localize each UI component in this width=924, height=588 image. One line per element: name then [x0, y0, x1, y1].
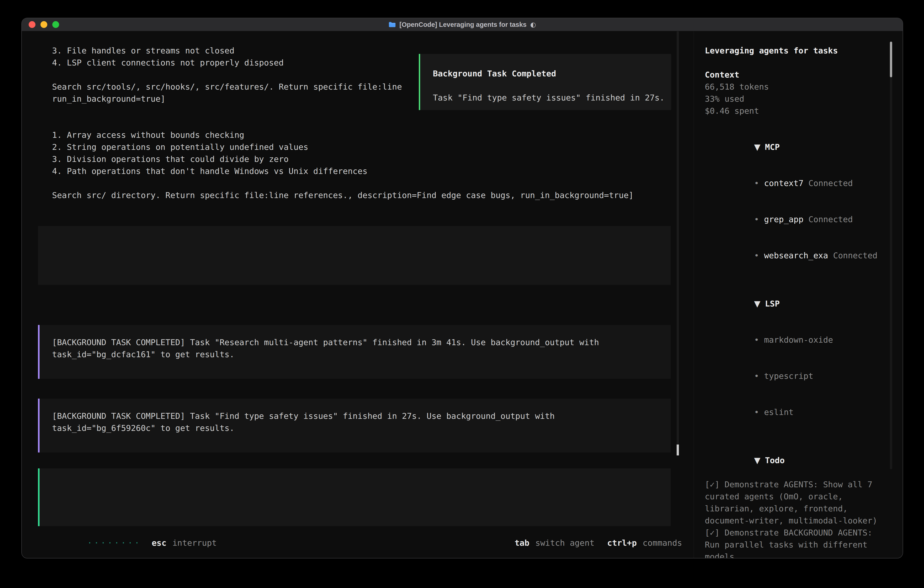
bullet-icon: •: [754, 178, 759, 188]
background-task-message: [BACKGROUND TASK COMPLETED] Task "Resear…: [38, 325, 671, 379]
background-task-toast[interactable]: Background Task Completed Task "Find typ…: [419, 54, 671, 110]
close-window-button[interactable]: [29, 21, 35, 28]
mcp-status: Connected: [808, 215, 853, 224]
lsp-name: typescript: [764, 371, 813, 381]
mcp-item: •context7Connected: [705, 165, 893, 201]
chat-scrollbar[interactable]: [676, 31, 679, 456]
mcp-status: Connected: [808, 178, 853, 188]
tab-key-hint: tab: [515, 538, 529, 548]
app-content: 3. File handles or streams not closed 4.…: [22, 31, 903, 558]
chat-area: 3. File handles or streams not closed 4.…: [22, 31, 693, 558]
mcp-item: •grep_appConnected: [705, 201, 893, 237]
lsp-heading: LSP: [765, 299, 780, 308]
window-controls: [29, 21, 59, 28]
esc-key-hint: esc: [152, 538, 167, 548]
session-title: Leveraging agents for tasks: [705, 45, 893, 57]
context-tokens: 66,518 tokens: [705, 81, 893, 93]
mcp-name: context7: [764, 178, 803, 188]
todo-heading: Todo: [765, 456, 785, 465]
tool-call-item: 2. String operations on potentially unde…: [38, 141, 671, 153]
window-title: [OpenCode] Leveraging agents for tasks ◐: [389, 21, 536, 28]
sidebar-scrollbar[interactable]: [890, 41, 892, 469]
folder-icon: [389, 21, 396, 28]
bullet-icon: •: [754, 215, 759, 224]
tool-call-item: 4. Path operations that don't handle Win…: [38, 165, 671, 177]
tool-call-item: 1. Array access without bounds checking: [38, 129, 671, 141]
input-cursor-line[interactable]: [40, 482, 671, 494]
todo-item-done: [✓] Demonstrate BACKGROUND AGENTS: Run p…: [705, 527, 893, 558]
sidebar-scrollbar-thumb[interactable]: [890, 41, 892, 77]
agent-session-header: OmO·claude-opus-4-5: [38, 300, 671, 312]
bullet-icon: •: [754, 408, 759, 417]
minimize-window-button[interactable]: [40, 21, 47, 28]
lsp-item: •eslint: [705, 394, 893, 430]
chevron-down-icon: ▼: [754, 299, 761, 308]
bullet-icon: •: [754, 335, 759, 345]
progress-icon: ◐: [530, 21, 536, 28]
status-right: tabswitch agentctrl+pcommands: [465, 525, 682, 558]
window-title-text: [OpenCode] Leveraging agents for tasks: [399, 21, 526, 28]
spinner-dots-icon: ········: [87, 538, 141, 548]
lsp-name: eslint: [764, 408, 794, 417]
toast-body: Task "Find type safety issues" finished …: [433, 92, 658, 104]
commands-key-label: commands: [643, 538, 682, 548]
oracle-navigation-hint: ctrl+x right, ctrl+x leftto navigate bet…: [38, 263, 671, 275]
tool-call-footer: Search src/ directory. Return specific f…: [38, 189, 671, 201]
mcp-item: •websearch_exaConnected: [705, 237, 893, 274]
message-meta-line: yeongyuQUEUED: [40, 434, 671, 446]
mcp-name: grep_app: [764, 215, 803, 224]
message-text-line: task_id="bg_dcfac161" to get results.: [40, 349, 671, 360]
chevron-down-icon: ▼: [754, 142, 761, 152]
session-sidebar: Leveraging agents for tasks Context 66,5…: [693, 31, 903, 558]
mcp-section-header[interactable]: ▼MCP: [705, 129, 893, 165]
mcp-status: Connected: [833, 251, 878, 260]
commands-key-hint: ctrl+p: [607, 538, 637, 548]
lsp-item: •markdown-oxide: [705, 322, 893, 358]
todo-section-header[interactable]: ▼Todo: [705, 442, 893, 478]
oracle-task-panel[interactable]: ◉Oracle Task "Deep architecture review" …: [38, 226, 671, 285]
bullet-icon: •: [754, 251, 759, 260]
mcp-heading: MCP: [765, 142, 780, 152]
mcp-name: websearch_exa: [764, 251, 828, 260]
todo-item-done: [✓] Demonstrate AGENTS: Show all 7 curat…: [705, 478, 893, 527]
status-bar: ········escinterrupt tabswitch agentctrl…: [38, 537, 682, 549]
status-left: ········escinterrupt: [38, 525, 217, 558]
message-text-line: task_id="bg_6f59260c" to get results.: [40, 422, 671, 434]
tab-key-label: switch agent: [535, 538, 594, 548]
oracle-task-title-line: ◉Oracle Task "Deep architecture review": [38, 238, 671, 251]
background-task-message: [BACKGROUND TASK COMPLETED] Task "Find t…: [38, 399, 671, 453]
chevron-down-icon: ▼: [754, 456, 761, 465]
lsp-item: •typescript: [705, 358, 893, 394]
prompt-input[interactable]: OmOOpus 4.5Anthropic: [38, 468, 671, 526]
tool-call-item: 3. Division operations that could divide…: [38, 153, 671, 165]
toast-title: Background Task Completed: [433, 68, 658, 79]
context-spent: $0.46 spent: [705, 105, 893, 117]
lsp-section-header[interactable]: ▼LSP: [705, 286, 893, 322]
zoom-window-button[interactable]: [52, 21, 59, 28]
message-text-line: [BACKGROUND TASK COMPLETED] Task "Resear…: [40, 336, 671, 349]
esc-key-label: interrupt: [172, 538, 217, 548]
message-text-line: [BACKGROUND TASK COMPLETED] Task "Find t…: [40, 410, 671, 422]
context-used: 33% used: [705, 93, 893, 105]
context-heading: Context: [705, 69, 893, 81]
titlebar[interactable]: [OpenCode] Leveraging agents for tasks ◐: [22, 18, 903, 31]
input-model-line: OmOOpus 4.5Anthropic: [40, 508, 671, 520]
tool-call-line: ⚙call_omo_agent [subagent_type=explore, …: [38, 117, 671, 129]
bullet-icon: •: [754, 371, 759, 381]
lsp-name: markdown-oxide: [764, 335, 833, 345]
chat-scrollbar-thumb[interactable]: [676, 444, 679, 456]
message-meta-line: yeongyuQUEUED: [40, 360, 671, 372]
terminal-window: [OpenCode] Leveraging agents for tasks ◐…: [21, 18, 903, 558]
